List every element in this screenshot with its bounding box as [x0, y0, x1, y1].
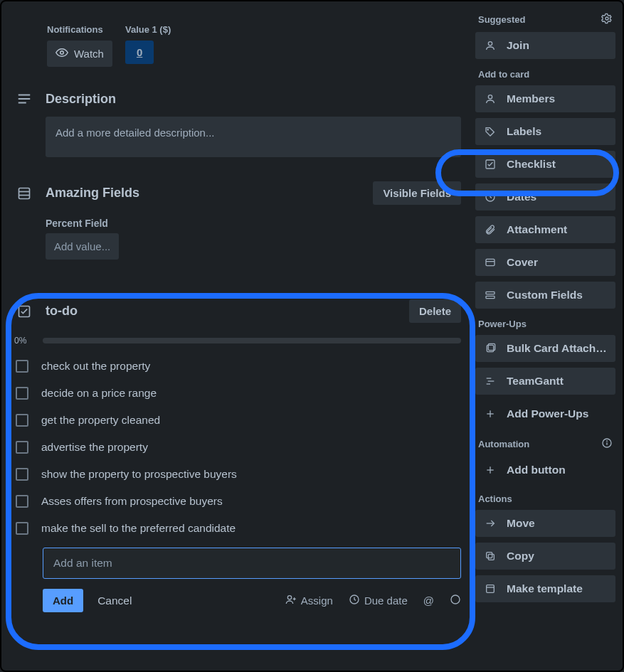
svg-rect-38: [487, 585, 495, 593]
gantt-icon: [484, 375, 497, 387]
gear-icon[interactable]: [601, 13, 613, 26]
actions-heading: Actions: [475, 489, 615, 510]
clock-icon: [349, 594, 360, 607]
add-item-button[interactable]: Add: [43, 589, 83, 612]
svg-point-15: [488, 95, 492, 99]
card-sidebar: Suggested Join Add to card Members Label…: [475, 1, 623, 671]
powerups-heading: Power-Ups: [475, 314, 615, 335]
checklist-item[interactable]: make the sell to the preferred candidate: [14, 515, 461, 542]
eye-icon: [55, 46, 68, 61]
checklist-item-text: check out the property: [41, 360, 150, 373]
labels-button[interactable]: Labels: [475, 118, 615, 145]
mention-button[interactable]: @: [423, 594, 434, 607]
dates-button[interactable]: Dates: [475, 183, 615, 210]
value-amount: 0: [137, 46, 142, 58]
svg-rect-22: [486, 296, 495, 298]
checkbox[interactable]: [16, 387, 28, 400]
svg-point-12: [451, 595, 460, 604]
paperclip-icon: [484, 224, 497, 235]
checklist-item[interactable]: advertise the property: [14, 434, 461, 461]
emoji-icon: [450, 594, 461, 607]
description-icon: [14, 91, 34, 107]
svg-rect-37: [487, 553, 492, 558]
description-title: Description: [46, 92, 116, 107]
svg-rect-4: [19, 188, 30, 198]
plus-icon: [484, 464, 497, 476]
checklist-title: to-do: [46, 304, 78, 319]
make-template-button[interactable]: Make template: [475, 575, 615, 602]
checklist-section: to-do Delete 0% check out the propertyde…: [14, 299, 461, 612]
info-icon[interactable]: [601, 437, 613, 451]
bulk-attach-button[interactable]: Bulk Card Attach…: [475, 335, 615, 362]
add-item-input[interactable]: Add an item: [43, 548, 461, 579]
checklist-item[interactable]: check out the property: [14, 353, 461, 380]
checklist-item[interactable]: Asses offers from prospective buyers: [14, 488, 461, 515]
due-date-button[interactable]: Due date: [349, 594, 408, 607]
add-powerups-button[interactable]: Add Power-Ups: [475, 400, 615, 427]
checkbox[interactable]: [16, 495, 28, 508]
watch-button[interactable]: Watch: [47, 41, 112, 67]
checklist-item-text: decide on a price range: [41, 387, 157, 400]
svg-point-16: [487, 129, 488, 130]
svg-point-32: [607, 441, 608, 442]
svg-rect-21: [486, 292, 495, 294]
copy-icon: [484, 550, 497, 562]
arrow-right-icon: [484, 518, 497, 529]
custom-fields-icon: [484, 289, 497, 301]
checkbox[interactable]: [16, 414, 28, 427]
custom-fields-button[interactable]: Custom Fields: [475, 282, 615, 309]
copy-button[interactable]: Copy: [475, 543, 615, 570]
add-automation-button[interactable]: Add button: [475, 457, 615, 484]
assign-button[interactable]: Assign: [285, 594, 333, 607]
person-icon: [484, 40, 497, 51]
percent-field-input[interactable]: Add value...: [46, 233, 119, 260]
checklist-icon: [14, 304, 34, 319]
description-input[interactable]: Add a more detailed description...: [46, 117, 461, 157]
cover-icon: [484, 257, 497, 268]
checklist-icon: [484, 159, 497, 170]
checklist-item-text: advertise the property: [41, 441, 148, 454]
clock-icon: [484, 191, 497, 203]
cover-button[interactable]: Cover: [475, 249, 615, 276]
checkbox[interactable]: [16, 468, 28, 481]
amazing-fields-title: Amazing Fields: [46, 186, 139, 201]
checklist-item[interactable]: get the property cleaned: [14, 407, 461, 434]
fields-icon: [14, 186, 34, 201]
move-button[interactable]: Move: [475, 510, 615, 537]
members-button[interactable]: Members: [475, 85, 615, 112]
checkbox[interactable]: [16, 360, 28, 373]
value-label: Value 1 ($): [125, 24, 171, 35]
notifications-label: Notifications: [47, 24, 112, 35]
visible-fields-button[interactable]: Visible Fields: [373, 181, 461, 205]
checklist-item[interactable]: decide on a price range: [14, 380, 461, 407]
checkbox[interactable]: [16, 522, 28, 535]
cancel-add-item-button[interactable]: Cancel: [97, 594, 132, 607]
percent-field-label: Percent Field: [46, 218, 461, 229]
person-plus-icon: [285, 594, 297, 607]
svg-point-13: [606, 17, 608, 20]
svg-rect-36: [488, 554, 494, 560]
svg-point-8: [287, 596, 291, 599]
automation-heading: Automation: [475, 433, 615, 457]
attachment-button[interactable]: Attachment: [475, 216, 615, 243]
checklist-item-text: make the sell to the preferred candidate: [41, 522, 236, 535]
tag-icon: [484, 126, 497, 137]
svg-rect-19: [486, 259, 495, 265]
checklist-item[interactable]: show the property to prospective buyers: [14, 461, 461, 488]
checklist-button[interactable]: Checklist: [475, 151, 615, 178]
plus-icon: [484, 408, 497, 420]
emoji-button[interactable]: [450, 594, 461, 607]
svg-point-14: [488, 42, 492, 46]
checkbox[interactable]: [16, 441, 28, 454]
suggested-heading: Suggested: [475, 9, 615, 32]
teamgantt-button[interactable]: TeamGantt: [475, 368, 615, 395]
add-to-card-heading: Add to card: [475, 65, 615, 85]
delete-checklist-button[interactable]: Delete: [409, 299, 461, 323]
card-meta-row: Notifications Watch Value 1 ($) 0: [14, 24, 461, 67]
join-button[interactable]: Join: [475, 32, 615, 59]
amazing-fields-section: Amazing Fields Visible Fields Percent Fi…: [14, 181, 461, 260]
checklist-progress-percent: 0%: [14, 336, 34, 346]
description-section: Description Add a more detailed descript…: [14, 91, 461, 157]
value-chip[interactable]: 0: [125, 41, 154, 64]
checklist-progress-bar: [43, 338, 461, 343]
